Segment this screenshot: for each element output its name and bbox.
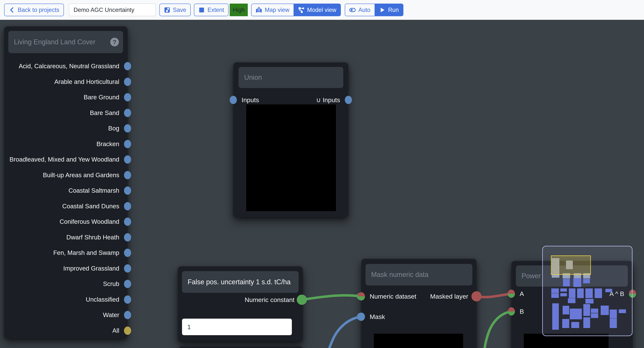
landcover-output-port[interactable]: [124, 218, 131, 226]
play-icon: [379, 7, 386, 13]
minimap-node-rect: [610, 309, 617, 318]
minimap-node-rect: [583, 304, 590, 316]
mask-label: Mask: [370, 313, 385, 320]
landcover-output-label: Unclassified: [86, 296, 119, 303]
union-placeholder: Union: [244, 74, 262, 82]
union-output-port[interactable]: [345, 96, 352, 104]
power-a-label: A: [520, 290, 524, 297]
landcover-output-port[interactable]: [124, 155, 131, 164]
toolbar: Back to projects Demo AGC Uncertainty Sa…: [0, 0, 644, 20]
landcover-output-label: Improved Grassland: [63, 265, 119, 272]
node-partial-bottom[interactable]: [179, 346, 303, 348]
landcover-output-port[interactable]: [124, 295, 131, 304]
save-button[interactable]: Save: [160, 4, 191, 16]
model-view-button[interactable]: Model view: [294, 4, 341, 16]
mask-name-input[interactable]: Mask numeric data: [366, 264, 472, 285]
map-view-button[interactable]: Map view: [251, 4, 294, 16]
numeric-constant-label: Numeric constant: [244, 296, 294, 303]
save-label: Save: [173, 7, 186, 13]
landcover-output-port[interactable]: [124, 202, 131, 210]
wire-numeric-constant-to-numeric-dataset[interactable]: [302, 295, 360, 300]
falsepos-name-input[interactable]: False pos. uncertainty 1 s.d. tC/ha: [182, 271, 299, 293]
union-preview-image: [246, 104, 336, 211]
landcover-output-row: Water: [4, 307, 128, 323]
wire-bottom-to-mask[interactable]: [326, 317, 361, 348]
landcover-output-row: Acid, Calcareous, Neutral Grassland: [4, 59, 128, 74]
back-to-projects-button[interactable]: Back to projects: [4, 4, 64, 16]
wire-bottom-to-b[interactable]: [484, 311, 511, 348]
landcover-output-label: Bracken: [96, 140, 119, 148]
union-name-input[interactable]: Union: [238, 67, 343, 88]
landcover-output-label: Scrub: [103, 280, 119, 287]
numeric-constant-value-input[interactable]: 1: [182, 318, 292, 335]
project-name-input[interactable]: Demo AGC Uncertainty: [69, 4, 156, 16]
wire-masked-layer-to-a[interactable]: [476, 294, 511, 297]
minimap-node-rect: [586, 299, 594, 303]
extent-label: Extent: [208, 7, 224, 13]
landcover-output-port[interactable]: [124, 186, 131, 195]
landcover-output-label: Coniferous Woodland: [60, 218, 119, 225]
landcover-output-port[interactable]: [124, 124, 131, 133]
union-inputs-port[interactable]: [230, 96, 237, 104]
landcover-output-port[interactable]: [124, 109, 131, 117]
landcover-output-port[interactable]: [124, 311, 131, 319]
minimap-viewport[interactable]: [551, 255, 591, 275]
node-mask-numeric-data[interactable]: Mask numeric data Numeric dataset Masked…: [362, 259, 476, 348]
power-placeholder: Power: [522, 272, 541, 280]
landcover-output-row: Fen, Marsh and Swamp: [4, 245, 128, 261]
auto-toggle-button[interactable]: Auto: [345, 4, 375, 16]
landcover-output-port[interactable]: [124, 280, 131, 288]
node-false-pos-uncertainty[interactable]: False pos. uncertainty 1 s.d. tC/ha Nume…: [178, 266, 303, 341]
landcover-output-row: Bare Sand: [4, 105, 128, 121]
landcover-output-port[interactable]: [124, 264, 131, 273]
landcover-output-label: Coastal Saltmarsh: [68, 187, 119, 194]
landcover-output-port[interactable]: [124, 62, 131, 70]
landcover-output-row: Improved Grassland: [4, 261, 128, 276]
landcover-output-label: Built-up Areas and Gardens: [43, 172, 119, 179]
minimap-node-rect: [586, 288, 593, 298]
landcover-output-label: Coastal Sand Dunes: [62, 203, 119, 210]
help-icon[interactable]: ?: [110, 38, 119, 46]
minimap-node-rect: [570, 309, 582, 319]
map-view-label: Map view: [265, 7, 290, 13]
mask-preview-image: [374, 334, 463, 348]
landcover-output-port[interactable]: [124, 326, 131, 335]
union-input-label: Inputs: [242, 96, 259, 104]
minimap-node-rect: [571, 322, 579, 328]
power-b-port[interactable]: [508, 307, 515, 315]
landcover-output-row: Arable and Horticultural: [4, 74, 128, 90]
mask-port[interactable]: [358, 312, 365, 321]
landcover-output-label: Acid, Calcareous, Neutral Grassland: [19, 63, 119, 70]
minimap-node-rect: [619, 309, 626, 313]
landcover-output-port[interactable]: [124, 233, 131, 241]
landcover-output-port[interactable]: [124, 93, 131, 101]
landcover-output-row: Built-up Areas and Gardens: [4, 167, 128, 183]
power-a-port[interactable]: [508, 289, 515, 298]
auto-label: Auto: [358, 7, 370, 13]
landcover-output-port[interactable]: [124, 249, 131, 257]
landcover-output-label: Bare Ground: [84, 94, 119, 101]
minimap-node-rect: [552, 303, 559, 330]
landcover-output-port[interactable]: [124, 140, 131, 148]
landcover-output-row: All: [4, 323, 128, 338]
model-diagram-icon: [298, 7, 304, 13]
run-button[interactable]: Run: [374, 4, 404, 16]
extent-button[interactable]: Extent: [194, 4, 228, 16]
node-living-england-land-cover[interactable]: Living England Land Cover ? Acid, Calcar…: [4, 26, 128, 338]
masked-layer-label: Masked layer: [430, 293, 468, 300]
node-union[interactable]: Union Inputs ∪ Inputs: [233, 62, 348, 217]
numeric-constant-port[interactable]: [299, 296, 306, 304]
landcover-name-input[interactable]: Living England Land Cover ?: [8, 31, 123, 53]
landcover-output-port[interactable]: [124, 78, 131, 86]
numeric-dataset-port[interactable]: [358, 292, 365, 300]
minimap[interactable]: [542, 246, 632, 336]
landcover-output-port[interactable]: [124, 171, 131, 179]
save-icon: [164, 7, 170, 13]
masked-layer-port[interactable]: [473, 292, 480, 300]
toggle-icon: [349, 7, 356, 13]
falsepos-title: False pos. uncertainty 1 s.d. tC/ha: [188, 278, 290, 286]
minimap-node-rect: [577, 288, 584, 298]
union-symbol: ∪: [316, 96, 321, 104]
numeric-dataset-label: Numeric dataset: [370, 293, 416, 300]
union-port-row: Inputs ∪ Inputs: [233, 94, 348, 106]
